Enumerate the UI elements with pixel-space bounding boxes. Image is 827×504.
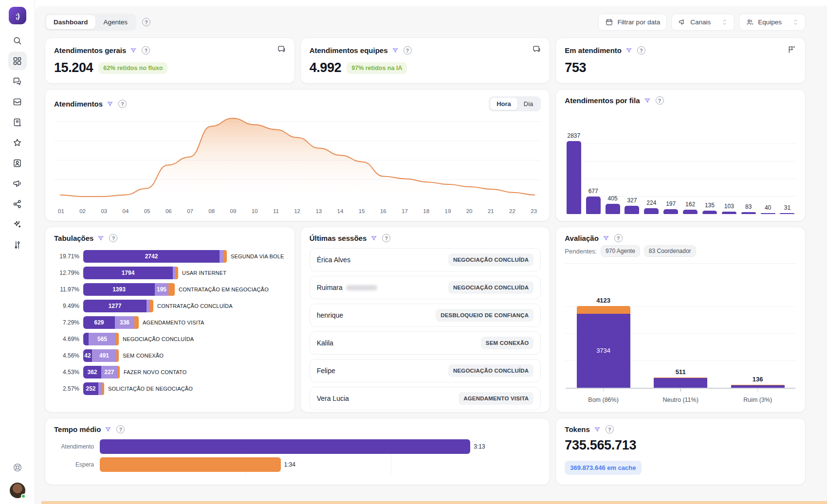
fila-bar-group[interactable]: 197	[663, 200, 679, 214]
contacts-icon	[12, 158, 22, 168]
bar-value-label: 677	[588, 188, 598, 195]
bar-segment-light	[220, 250, 224, 263]
filter-funnel-icon[interactable]	[603, 235, 609, 242]
sidebar-item-inbox[interactable]	[8, 92, 27, 111]
tabulacao-row[interactable]: 11.97%1393195CONTRATAÇÃO EM NEGOCIAÇÃO	[54, 283, 286, 296]
aval-bar-group[interactable]: 511	[651, 368, 710, 388]
pendentes-agente-chip[interactable]: 970 Agente	[601, 245, 640, 257]
sidebar-item-contacts[interactable]	[8, 154, 27, 172]
fila-bar-group[interactable]: 327	[624, 197, 640, 214]
toggle-dia[interactable]: Dia	[517, 98, 540, 110]
filter-date-button[interactable]: Filtrar por data	[598, 14, 667, 31]
tabs-help-icon[interactable]: ?	[142, 18, 150, 26]
help-icon[interactable]: ?	[606, 425, 614, 433]
lifebuoy-icon	[12, 462, 23, 473]
tab-dashboard[interactable]: Dashboard	[46, 15, 95, 29]
channels-select[interactable]: Canais	[671, 14, 735, 31]
sidebar-item-contracts[interactable]	[8, 113, 27, 131]
aval-bar-group[interactable]: 41233734	[574, 297, 633, 388]
filter-funnel-icon[interactable]	[130, 47, 137, 54]
session-row[interactable]: henriqueDESBLOQUEIO DE CONFIANÇA	[310, 304, 541, 327]
help-icon[interactable]: ?	[109, 234, 117, 242]
fila-bar-group[interactable]: 83	[740, 203, 756, 214]
tabulacao-row[interactable]: 19.71%2742SEGUNDA VIA BOLE	[54, 250, 286, 263]
session-name: Ruimara	[317, 284, 377, 291]
fila-bar-group[interactable]: 31	[779, 204, 795, 214]
help-icon[interactable]: ?	[614, 234, 623, 242]
filter-funnel-icon[interactable]	[625, 47, 632, 54]
atendimentos-chart-card: Atendimentos ? Hora Dia 0102030405060708…	[45, 89, 550, 221]
help-icon[interactable]: ?	[404, 46, 412, 54]
help-icon[interactable]: ?	[656, 96, 664, 105]
kpi-title: Atendimentos equipes	[310, 46, 388, 54]
pendentes-coordenador-chip[interactable]: 83 Coordenador	[644, 245, 696, 257]
sidebar-item-search[interactable]	[8, 31, 27, 50]
help-icon[interactable]: ?	[382, 234, 390, 242]
help-icon[interactable]: ?	[118, 100, 127, 108]
session-row[interactable]: Érica AlvesNEGOCIAÇÃO CONCLUÍDA	[310, 248, 541, 271]
tabulacao-row[interactable]: 12.79%1794USAR INTERNET	[54, 267, 286, 279]
category-label: Neutro (11%)	[646, 396, 715, 403]
bar[interactable]	[100, 457, 281, 472]
filter-funnel-icon[interactable]	[107, 101, 113, 108]
sidebar-item-integrations[interactable]	[8, 195, 27, 213]
fila-bar-group[interactable]: 224	[643, 199, 660, 214]
fila-bar-group[interactable]: 162	[682, 201, 698, 214]
filter-funnel-icon[interactable]	[392, 47, 399, 54]
star-icon	[12, 138, 22, 148]
axis-tick	[680, 389, 681, 392]
fila-bar-group[interactable]: 40	[760, 204, 776, 214]
user-menu[interactable]	[10, 483, 25, 498]
kpi-value: 4.992	[310, 60, 342, 75]
fila-bar-group[interactable]: 677	[585, 188, 601, 214]
filter-funnel-icon[interactable]	[594, 426, 601, 433]
aval-bar-group[interactable]: 136	[729, 376, 787, 388]
bar-value-label: 1:34	[284, 461, 295, 468]
x-tick-label: 17	[402, 208, 408, 214]
session-row[interactable]: KalilaSEM CONEXÃO	[310, 331, 541, 355]
filter-funnel-icon[interactable]	[97, 235, 104, 242]
teams-select[interactable]: Equipes	[739, 14, 806, 31]
session-row[interactable]: Vera LuciaAGENDAMENTO VISITA	[310, 387, 541, 410]
fila-bar-group[interactable]: 2837	[566, 132, 582, 214]
tabulacao-row[interactable]: 4.69%565NEGOCIAÇÃO CONCLUÍDA	[54, 333, 286, 345]
x-tick-label: 16	[380, 208, 386, 214]
session-status-chip: NEGOCIAÇÃO CONCLUÍDA	[448, 253, 533, 266]
sidebar-item-dashboard[interactable]	[8, 52, 27, 70]
sidebar-item-campaigns[interactable]	[8, 174, 27, 193]
sidebar-item-favorites[interactable]	[8, 133, 27, 152]
sidebar-item-settings[interactable]	[8, 235, 27, 254]
session-name: Vera Lucia	[317, 395, 349, 402]
toggle-hora[interactable]: Hora	[490, 98, 517, 110]
x-tick-label: 08	[208, 208, 215, 214]
sidebar-item-ai[interactable]	[8, 215, 27, 234]
tabulacao-row[interactable]: 4.53%362227FAZER NOVO CONTATO	[54, 366, 286, 378]
tabulacao-row[interactable]: 2.57%252SOLICITAÇÃO DE NEGOCIAÇÃO	[54, 382, 286, 395]
bar[interactable]	[100, 439, 470, 454]
kpi-value: 753	[565, 60, 586, 75]
session-row[interactable]: FelipeNEGOCIAÇÃO CONCLUÍDA	[310, 359, 541, 382]
tabulacao-row[interactable]: 7.29%629336AGENDAMENTO VISITA	[54, 316, 286, 329]
filter-funnel-icon[interactable]	[105, 426, 111, 433]
help-icon[interactable]: ?	[116, 425, 125, 433]
fila-bar-group[interactable]: 135	[701, 202, 717, 214]
sidebar-item-chats[interactable]	[8, 72, 27, 90]
filter-funnel-icon[interactable]	[370, 235, 377, 242]
chats-icon	[12, 76, 22, 87]
filter-funnel-icon[interactable]	[644, 97, 651, 104]
sidebar-item-help[interactable]	[8, 458, 27, 477]
tab-agentes[interactable]: Agentes	[96, 15, 135, 29]
flag-report-icon	[787, 45, 796, 56]
row-percent: 4.69%	[54, 336, 79, 342]
dashboard-grid: Atendimentos gerais ? 15.204 62% retidos…	[45, 37, 806, 485]
kpi-card-atendimentos-equipes: Atendimentos equipes ? 4.992 97% retidos…	[300, 37, 551, 84]
help-icon[interactable]: ?	[142, 46, 150, 54]
session-row[interactable]: RuimaraNEGOCIAÇÃO CONCLUÍDA	[310, 276, 541, 299]
tempo-medio-card: Tempo médio ? Atendimento3:13Espera1:34	[45, 418, 550, 485]
help-icon[interactable]: ?	[637, 46, 645, 54]
app-logo[interactable]: ;)	[9, 7, 26, 24]
fila-bar-group[interactable]: 103	[721, 203, 737, 214]
fila-bar-group[interactable]: 405	[605, 195, 621, 214]
tabulacao-row[interactable]: 4.56%42491SEM CONEXÃO	[54, 349, 286, 362]
tabulacao-row[interactable]: 9.49%1277CONTRATAÇÃO CONCLUÍDA	[54, 300, 286, 312]
